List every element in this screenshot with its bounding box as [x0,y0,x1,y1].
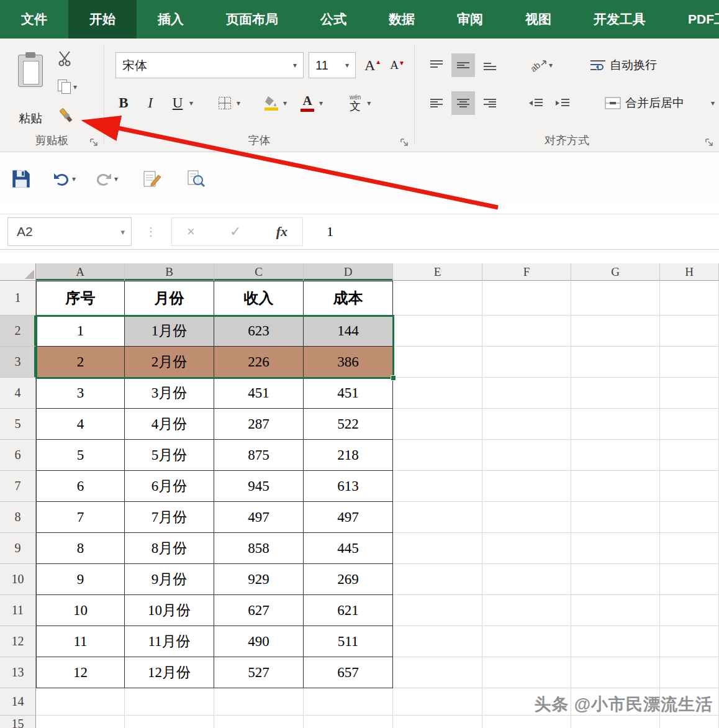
column-header-H[interactable]: H [660,263,719,281]
cell-F1[interactable] [482,281,571,316]
cell-D2[interactable]: 144 [304,316,393,347]
enter-icon[interactable]: ✓ [230,224,241,240]
cell-H9[interactable] [660,533,719,564]
cell-E6[interactable] [393,440,482,471]
cell-B14[interactable] [125,688,214,716]
cell-H4[interactable] [660,378,719,409]
row-header-15[interactable]: 15 [0,716,36,728]
cell-D12[interactable]: 511 [304,626,393,657]
cell-G9[interactable] [571,533,660,564]
align-right-button[interactable] [478,91,502,115]
cell-F7[interactable] [482,471,571,502]
cell-G10[interactable] [571,564,660,595]
cell-F9[interactable] [482,533,571,564]
cell-A10[interactable]: 9 [36,564,125,595]
font-color-button[interactable]: A [297,91,318,116]
cell-G4[interactable] [571,378,660,409]
cell-B4[interactable]: 3月份 [125,378,214,409]
ribbon-tab-page-layout[interactable]: 页面布局 [205,0,299,39]
column-header-F[interactable]: F [482,263,571,281]
column-header-A[interactable]: A [36,263,125,281]
merge-center-dropdown-icon[interactable]: ▾ [711,99,715,107]
format-painter-button[interactable] [57,103,77,128]
cell-C4[interactable]: 451 [214,378,304,409]
ribbon-tab-data[interactable]: 数据 [368,0,436,39]
cell-C2[interactable]: 623 [214,316,304,347]
cell-B3[interactable]: 2月份 [125,347,214,378]
alignment-dialog-launcher[interactable] [704,137,714,147]
cell-A13[interactable]: 12 [36,657,125,688]
ribbon-tab-insert[interactable]: 插入 [137,0,205,39]
cell-H15[interactable] [660,716,719,728]
font-name-combo[interactable]: 宋体 ▾ [115,52,304,78]
cell-G13[interactable] [571,657,660,688]
cell-B15[interactable] [125,716,214,728]
cell-B11[interactable]: 10月份 [125,595,214,626]
cell-D9[interactable]: 445 [304,533,393,564]
borders-button[interactable] [214,91,235,116]
insert-function-icon[interactable]: fx [276,224,287,240]
cell-F5[interactable] [482,409,571,440]
ribbon-tab-pdf-tools[interactable]: PDF工 [667,0,719,39]
cell-E14[interactable] [393,688,482,716]
name-box[interactable]: A2 ▾ [7,217,132,246]
cell-G7[interactable] [571,471,660,502]
phonetic-guide-button[interactable]: wén 文 [345,91,366,116]
cell-C3[interactable]: 226 [214,347,304,378]
cell-D8[interactable]: 497 [304,502,393,533]
align-top-button[interactable] [425,53,448,77]
paste-button[interactable]: 粘贴 [7,55,53,127]
cell-F6[interactable] [482,440,571,471]
cell-F13[interactable] [482,657,571,688]
italic-button[interactable]: I [140,91,161,116]
cell-A12[interactable]: 11 [36,626,125,657]
row-header-7[interactable]: 7 [0,471,36,502]
cell-E11[interactable] [393,595,482,626]
ribbon-tab-view[interactable]: 视图 [504,0,572,39]
cell-A14[interactable] [36,688,125,716]
cell-E2[interactable] [393,316,482,347]
cell-G2[interactable] [571,316,660,347]
row-header-14[interactable]: 14 [0,688,36,716]
row-header-9[interactable]: 9 [0,533,36,564]
cell-G3[interactable] [571,347,660,378]
cell-E10[interactable] [393,564,482,595]
cell-D7[interactable]: 613 [304,471,393,502]
align-left-button[interactable] [425,91,448,115]
cell-A5[interactable]: 4 [36,409,125,440]
cell-H1[interactable] [660,281,719,316]
cell-E1[interactable] [393,281,482,316]
cell-F12[interactable] [482,626,571,657]
cell-C14[interactable] [214,688,304,716]
cell-D4[interactable]: 451 [304,378,393,409]
cell-A4[interactable]: 3 [36,378,125,409]
formula-bar-splitter[interactable]: ⋮ [145,225,156,239]
cell-E5[interactable] [393,409,482,440]
cell-B7[interactable]: 6月份 [125,471,214,502]
cell-C1[interactable]: 收入 [214,281,304,316]
row-header-2[interactable]: 2 [0,316,36,347]
undo-dropdown-icon[interactable]: ▾ [72,175,76,183]
cell-C15[interactable] [214,716,304,728]
underline-dropdown-icon[interactable]: ▾ [189,99,193,107]
bold-button[interactable]: B [113,91,134,116]
cell-C13[interactable]: 527 [214,657,304,688]
cell-F10[interactable] [482,564,571,595]
row-header-12[interactable]: 12 [0,626,36,657]
phonetic-dropdown-icon[interactable]: ▾ [367,99,371,107]
row-header-5[interactable]: 5 [0,409,36,440]
font-size-combo[interactable]: 11 ▾ [309,52,356,78]
column-header-E[interactable]: E [393,263,482,281]
cell-B1[interactable]: 月份 [125,281,214,316]
borders-dropdown-icon[interactable]: ▾ [237,99,240,107]
fill-color-dropdown-icon[interactable]: ▾ [283,99,287,107]
cell-F11[interactable] [482,595,571,626]
align-bottom-button[interactable] [478,53,502,77]
cell-B6[interactable]: 5月份 [125,440,214,471]
cell-G8[interactable] [571,502,660,533]
ribbon-tab-home[interactable]: 开始 [68,0,137,39]
cancel-icon[interactable]: × [187,224,195,240]
cell-G11[interactable] [571,595,660,626]
copy-button[interactable]: ▾ [57,75,77,99]
cell-C7[interactable]: 945 [214,471,304,502]
